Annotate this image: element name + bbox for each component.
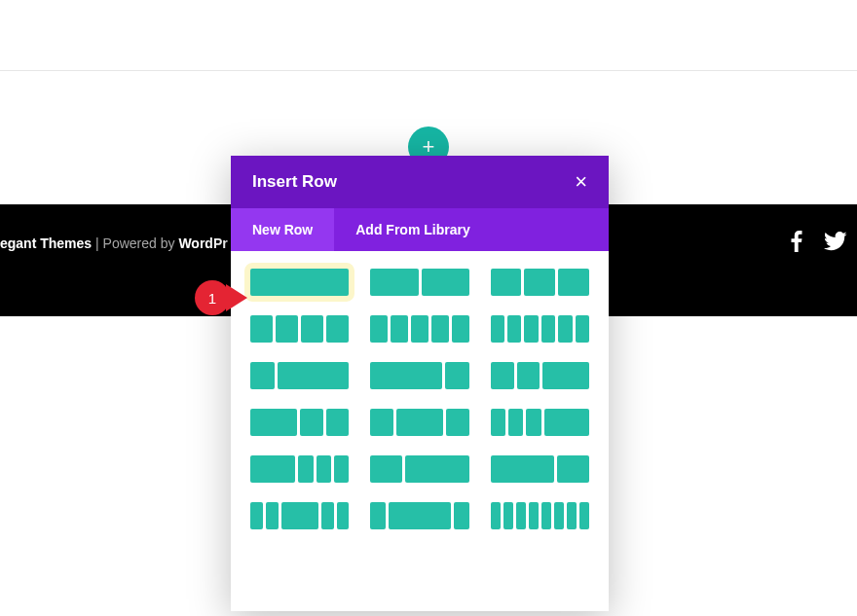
layout-option-1[interactable] bbox=[370, 269, 468, 296]
layout-option-16[interactable] bbox=[370, 502, 468, 529]
layout-column bbox=[326, 409, 350, 436]
layout-column bbox=[422, 269, 469, 296]
layout-option-17[interactable] bbox=[491, 502, 589, 529]
layout-column bbox=[446, 409, 469, 436]
layout-column bbox=[250, 455, 295, 483]
layout-column bbox=[491, 502, 501, 529]
layout-column bbox=[326, 315, 349, 343]
layout-option-4[interactable] bbox=[370, 315, 468, 343]
header-divider bbox=[0, 70, 857, 71]
layout-column bbox=[250, 362, 275, 389]
footer-credits: egant Themes | Powered by WordPr bbox=[0, 236, 228, 251]
close-icon[interactable]: × bbox=[575, 171, 587, 193]
facebook-icon[interactable] bbox=[791, 231, 802, 257]
layout-column bbox=[298, 455, 313, 483]
layout-column bbox=[370, 362, 442, 389]
layout-column bbox=[558, 269, 589, 296]
layout-option-7[interactable] bbox=[370, 362, 468, 389]
layout-column bbox=[405, 455, 469, 483]
layout-option-3[interactable] bbox=[250, 315, 349, 343]
layout-column bbox=[544, 409, 589, 436]
layout-column bbox=[334, 455, 349, 483]
layout-column bbox=[250, 409, 297, 436]
layout-column bbox=[491, 409, 505, 436]
layout-option-6[interactable] bbox=[250, 362, 349, 389]
layout-column bbox=[491, 315, 504, 343]
layout-column bbox=[445, 362, 469, 389]
layout-option-12[interactable] bbox=[250, 455, 349, 483]
layout-column bbox=[524, 269, 555, 296]
twitter-icon[interactable] bbox=[824, 232, 847, 256]
layout-column bbox=[391, 315, 408, 343]
insert-row-modal: Insert Row × New Row Add From Library bbox=[231, 156, 609, 611]
layout-column bbox=[281, 502, 318, 529]
layout-option-14[interactable] bbox=[491, 455, 589, 483]
layout-column bbox=[516, 502, 526, 529]
modal-header: Insert Row × bbox=[231, 156, 609, 208]
layout-column bbox=[370, 502, 386, 529]
layout-column bbox=[541, 502, 551, 529]
layout-column bbox=[491, 269, 522, 296]
layout-column bbox=[526, 409, 540, 436]
layout-column bbox=[491, 362, 514, 389]
layout-column bbox=[576, 315, 589, 343]
layout-grid bbox=[250, 269, 589, 529]
layout-column bbox=[411, 315, 428, 343]
layout-option-0[interactable] bbox=[250, 269, 349, 296]
layout-column bbox=[524, 315, 538, 343]
layout-column bbox=[452, 315, 469, 343]
layout-column bbox=[541, 315, 555, 343]
layout-column bbox=[396, 409, 443, 436]
layout-column bbox=[300, 409, 323, 436]
layout-column bbox=[557, 455, 589, 483]
layout-option-5[interactable] bbox=[491, 315, 589, 343]
annotation-callout: 1 bbox=[195, 280, 238, 315]
layout-column bbox=[389, 502, 451, 529]
layout-option-11[interactable] bbox=[491, 409, 589, 436]
layout-option-9[interactable] bbox=[250, 409, 349, 436]
layout-column bbox=[567, 502, 577, 529]
layout-column bbox=[321, 502, 334, 529]
layout-column bbox=[431, 315, 449, 343]
layout-option-15[interactable] bbox=[250, 502, 349, 529]
layout-column bbox=[529, 502, 539, 529]
layout-column bbox=[558, 315, 572, 343]
layout-column bbox=[266, 502, 279, 529]
layout-column bbox=[278, 362, 350, 389]
layout-column bbox=[370, 269, 418, 296]
layout-column bbox=[301, 315, 323, 343]
annotation-number: 1 bbox=[208, 290, 216, 307]
layout-column bbox=[250, 315, 273, 343]
layout-column bbox=[542, 362, 589, 389]
layout-option-8[interactable] bbox=[491, 362, 589, 389]
layout-column bbox=[579, 502, 589, 529]
layout-column bbox=[517, 362, 540, 389]
layout-column bbox=[507, 315, 521, 343]
layout-column bbox=[454, 502, 469, 529]
layout-column bbox=[250, 502, 263, 529]
layout-option-2[interactable] bbox=[491, 269, 589, 296]
layout-column bbox=[250, 269, 349, 296]
layout-column bbox=[503, 502, 513, 529]
layout-column bbox=[276, 315, 298, 343]
layout-column bbox=[370, 455, 402, 483]
layout-column bbox=[370, 409, 393, 436]
layout-option-10[interactable] bbox=[370, 409, 468, 436]
layout-column bbox=[370, 315, 388, 343]
tab-add-from-library[interactable]: Add From Library bbox=[334, 208, 491, 251]
modal-body bbox=[231, 251, 609, 611]
layout-column bbox=[491, 455, 555, 483]
layout-option-13[interactable] bbox=[370, 455, 468, 483]
layout-column bbox=[508, 409, 523, 436]
layout-column bbox=[554, 502, 564, 529]
tab-new-row[interactable]: New Row bbox=[231, 208, 334, 251]
modal-tabs: New Row Add From Library bbox=[231, 208, 609, 251]
layout-column bbox=[337, 502, 350, 529]
modal-title: Insert Row bbox=[252, 172, 337, 192]
layout-column bbox=[317, 455, 331, 483]
